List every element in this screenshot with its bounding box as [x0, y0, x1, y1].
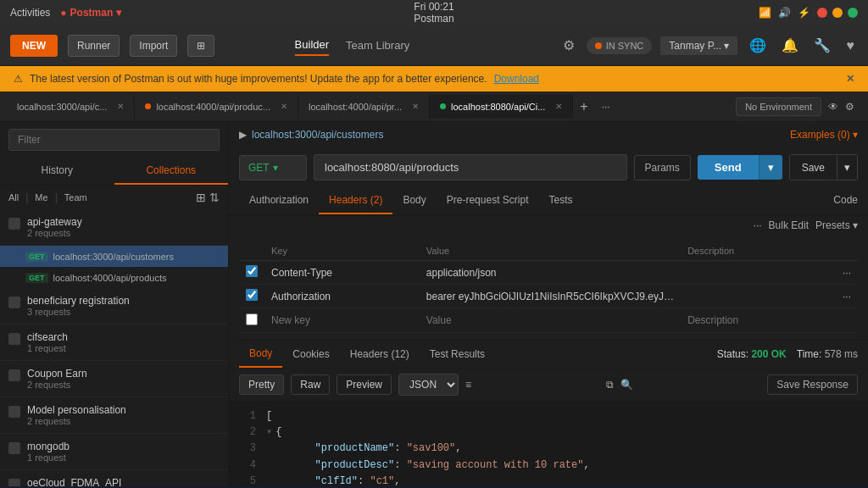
filter-all[interactable]: All — [8, 192, 19, 202]
bell-icon[interactable]: 🔔 — [778, 34, 802, 57]
toggle-sidebar-button[interactable]: ⊞ — [187, 35, 214, 57]
save-dropdown-button[interactable]: ▾ — [837, 154, 858, 180]
new-row-key[interactable] — [264, 308, 420, 333]
copy-response-icon[interactable]: ⧉ — [606, 379, 614, 391]
save-response-button[interactable]: Save Response — [767, 374, 858, 395]
more-options-icon[interactable]: ··· — [754, 219, 762, 231]
update-banner: ⚠ The latest version of Postman is out w… — [0, 66, 868, 92]
import-button[interactable]: Import — [130, 35, 177, 57]
request-products[interactable]: GET localhost:4000/api/products — [0, 267, 228, 288]
row-1-actions[interactable]: ··· — [836, 261, 858, 285]
row-1-check[interactable] — [239, 261, 264, 285]
tab-builder[interactable]: Builder — [295, 35, 329, 56]
tab-history[interactable]: History — [0, 158, 114, 185]
new-desc-input[interactable] — [687, 313, 829, 328]
presets-button[interactable]: Presets ▾ — [815, 219, 858, 231]
format-type-select[interactable]: JSON XML HTML — [398, 374, 459, 396]
new-value-input[interactable] — [426, 313, 674, 328]
collection-name-7: oeCloud_FDMA_API — [27, 477, 220, 486]
tab-0[interactable]: localhost:3000/api/c... ✕ — [7, 95, 135, 119]
tab-collections[interactable]: Collections — [114, 158, 229, 185]
new-row-value[interactable] — [420, 308, 681, 333]
collection-oecloud[interactable]: oeCloud_FDMA_API 19 requests — [0, 470, 228, 486]
tab-2[interactable]: localhost:4000/api/pr... ✕ — [298, 95, 430, 119]
dropdown-icon[interactable]: ▾ — [116, 7, 121, 19]
req-tab-prerequest[interactable]: Pre-request Script — [437, 187, 539, 214]
new-row-check[interactable] — [239, 308, 264, 333]
env-view-icon[interactable]: 👁 — [828, 101, 838, 113]
format-pretty-button[interactable]: Pretty — [239, 374, 284, 395]
win-min-btn[interactable] — [832, 8, 843, 18]
breadcrumb-link[interactable]: localhost:3000/api/customers — [252, 129, 383, 141]
req-tab-headers[interactable]: Headers (2) — [319, 187, 392, 214]
tab-3-close[interactable]: ✕ — [555, 102, 562, 111]
collection-mongodb[interactable]: mongodb 1 request — [0, 434, 228, 470]
collection-coupon-earn[interactable]: Coupon Earn 2 requests — [0, 361, 228, 397]
download-link[interactable]: Download — [494, 73, 539, 85]
examples-link[interactable]: Examples (0) ▾ — [790, 129, 858, 141]
resp-tab-body[interactable]: Body — [239, 341, 282, 368]
req-tab-tests[interactable]: Tests — [538, 187, 582, 214]
resp-tab-cookies[interactable]: Cookies — [282, 341, 339, 367]
format-raw-button[interactable]: Raw — [291, 374, 330, 395]
url-input[interactable] — [314, 154, 627, 180]
new-row-desc[interactable] — [681, 308, 836, 333]
tools-icon[interactable]: 🔧 — [810, 34, 834, 57]
filter-response-icon[interactable]: ≡ — [465, 379, 471, 391]
search-response-icon[interactable]: 🔍 — [620, 379, 633, 391]
banner-close-button[interactable]: ✕ — [846, 73, 854, 85]
resp-tab-headers[interactable]: Headers (12) — [340, 341, 420, 367]
win-close-btn[interactable] — [817, 8, 827, 18]
row-2-desc[interactable] — [681, 285, 836, 308]
tab-team-library[interactable]: Team Library — [346, 36, 409, 55]
globe-icon[interactable]: 🌐 — [746, 34, 770, 57]
add-tab-button[interactable]: + — [573, 96, 594, 118]
env-settings-icon[interactable]: ⚙ — [845, 101, 854, 113]
collection-beneficiary[interactable]: beneficiary registration 3 requests — [0, 288, 228, 324]
bulk-edit-button[interactable]: Bulk Edit — [769, 219, 809, 231]
search-input[interactable] — [8, 129, 220, 151]
collection-model[interactable]: Model personalisation 2 requests — [0, 397, 228, 434]
filter-team[interactable]: Team — [64, 192, 87, 202]
send-dropdown-button[interactable]: ▾ — [759, 155, 782, 180]
row-1-desc[interactable] — [681, 261, 836, 285]
collection-cifsearch[interactable]: cifsearch 1 request — [0, 324, 228, 361]
method-select[interactable]: GET ▾ — [239, 155, 307, 180]
headers-grid: Key Value Description Content-Type appli… — [239, 241, 858, 333]
req-tab-body[interactable]: Body — [392, 187, 436, 214]
tab-1-close[interactable]: ✕ — [281, 102, 287, 111]
tab-0-close[interactable]: ✕ — [117, 102, 124, 111]
user-badge[interactable]: Tanmay P... ▾ — [660, 36, 737, 55]
heart-icon[interactable]: ♥ — [843, 35, 858, 57]
headers-toolbar: ··· Bulk Edit Presets ▾ — [229, 216, 868, 235]
settings-icon[interactable]: ⚙ — [559, 34, 578, 57]
new-folder-icon[interactable]: ⊞ — [196, 191, 206, 204]
tab-2-close[interactable]: ✕ — [412, 102, 419, 111]
collection-api-gateway[interactable]: api-gateway 2 requests — [0, 209, 228, 246]
env-selector[interactable]: No Environment — [736, 97, 821, 116]
send-button[interactable]: Send — [698, 155, 759, 180]
row-2-key[interactable]: Authorization — [264, 285, 420, 308]
row-2-check[interactable] — [239, 285, 264, 308]
format-preview-button[interactable]: Preview — [337, 374, 392, 395]
win-max-btn[interactable] — [848, 8, 858, 18]
code-link[interactable]: Code — [833, 187, 858, 214]
tab-3[interactable]: localhost:8080/api/Ci... ✕ — [430, 95, 573, 119]
resp-tab-test-results[interactable]: Test Results — [420, 341, 495, 367]
save-button[interactable]: Save — [789, 154, 837, 180]
row-1-value[interactable]: application/json — [420, 261, 681, 285]
request-customers[interactable]: GET localhost:3000/api/customers — [0, 246, 228, 267]
sort-icon[interactable]: ⇅ — [209, 191, 220, 204]
params-button[interactable]: Params — [634, 155, 691, 180]
row-2-actions[interactable]: ··· — [836, 285, 858, 308]
tab-1[interactable]: localhost:4000/api/produc... ✕ — [135, 95, 298, 119]
req-tab-authorization[interactable]: Authorization — [239, 187, 319, 214]
new-button[interactable]: NEW — [10, 35, 58, 57]
row-1-key[interactable]: Content-Type — [264, 261, 420, 285]
row-2-value[interactable]: bearer eyJhbGciOiJIUzI1NiIsInR5cCI6IkpXV… — [420, 285, 681, 308]
activities-label[interactable]: Activities — [10, 7, 50, 19]
more-tabs-button[interactable]: ··· — [595, 97, 617, 116]
runner-button[interactable]: Runner — [68, 35, 120, 57]
new-key-input[interactable] — [271, 313, 413, 328]
filter-me[interactable]: Me — [35, 192, 47, 202]
